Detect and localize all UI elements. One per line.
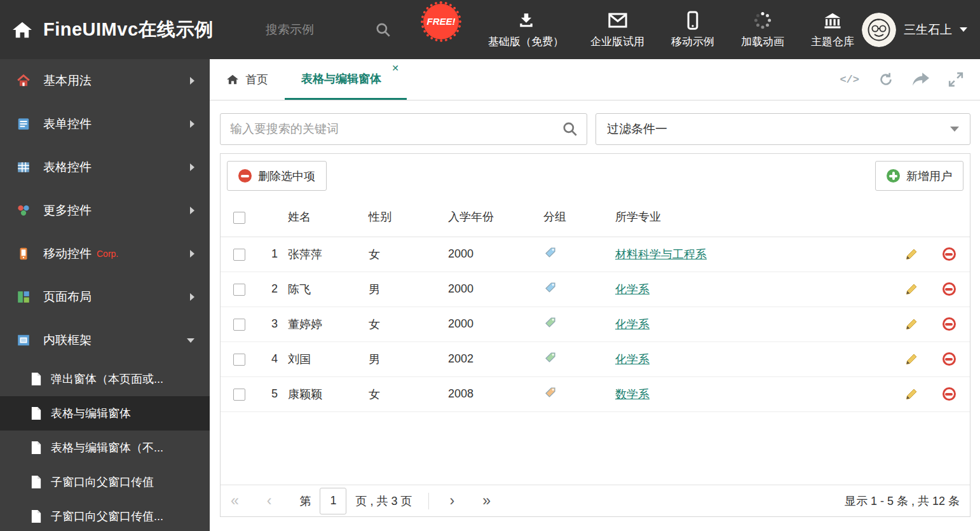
sidebar-subitem-grid-edit-window-alt[interactable]: 表格与编辑窗体（不...	[0, 431, 210, 465]
sidebar-subitem-grid-edit-window[interactable]: 表格与编辑窗体	[0, 396, 210, 431]
download-icon	[517, 12, 535, 29]
layout-icon	[17, 290, 31, 304]
chevron-down-icon	[960, 27, 967, 32]
chevron-down-icon	[187, 338, 194, 343]
sidebar-item-label: 内联框架	[43, 332, 92, 348]
fullscreen-icon[interactable]	[948, 72, 963, 87]
chevron-right-icon	[190, 163, 194, 171]
edit-icon[interactable]	[904, 282, 918, 296]
first-page-button[interactable]: «	[231, 493, 239, 508]
close-icon[interactable]: ✕	[391, 64, 399, 72]
refresh-icon[interactable]	[878, 72, 894, 87]
sidebar-subitem-child-to-parent[interactable]: 子窗口向父窗口传值	[0, 465, 210, 499]
open-new-window-icon[interactable]	[913, 72, 929, 86]
avatar	[862, 13, 896, 47]
search-icon[interactable]	[562, 121, 578, 137]
row-index: 3	[257, 307, 288, 341]
edit-icon[interactable]	[904, 352, 918, 366]
tab-bar: 首页 表格与编辑窗体 ✕ </>	[210, 59, 980, 100]
sidebar-item-form-controls[interactable]: 表单控件	[0, 102, 210, 146]
edit-icon[interactable]	[904, 317, 918, 331]
chevron-right-icon	[190, 207, 194, 214]
tag-icon	[543, 245, 557, 259]
file-icon	[31, 441, 42, 455]
row-checkbox[interactable]	[233, 249, 245, 261]
nav-enterprise-trial[interactable]: 企业版试用	[590, 11, 644, 49]
spinner-dots-icon	[753, 11, 772, 30]
major-link[interactable]: 化学系	[615, 283, 650, 296]
home-icon	[11, 20, 33, 39]
add-user-button[interactable]: 新增用户	[875, 161, 963, 191]
column-header-delete	[928, 198, 970, 237]
column-header-gender: 性别	[369, 198, 448, 237]
last-page-button[interactable]: »	[482, 493, 491, 508]
row-gender: 女	[369, 376, 448, 411]
users-table: 姓名 性别 入学年份 分组 所学专业 1 张萍	[221, 198, 970, 412]
row-year: 2000	[448, 307, 543, 341]
nav-mobile-demo[interactable]: 移动示例	[671, 11, 714, 49]
nav-label: 企业版试用	[590, 34, 644, 49]
page-number-input[interactable]	[320, 488, 346, 514]
search-icon[interactable]	[375, 22, 391, 38]
nav-basic-edition-free[interactable]: 基础版（免费）	[488, 11, 564, 49]
sidebar-item-iframe[interactable]: 内联框架	[0, 319, 210, 362]
brand[interactable]: FineUIMvc在线示例	[0, 17, 266, 43]
sidebar-subitem-child-to-parent-alt[interactable]: 子窗口向父窗口传值...	[0, 499, 210, 531]
delete-selected-button[interactable]: 删除选中项	[227, 161, 327, 191]
next-page-button[interactable]: ›	[449, 493, 454, 508]
sidebar-subitem-label: 表格与编辑窗体	[51, 406, 131, 421]
sidebar-item-page-layout[interactable]: 页面布局	[0, 275, 210, 319]
tab-label: 首页	[245, 72, 268, 87]
edit-icon[interactable]	[904, 247, 918, 261]
major-link[interactable]: 化学系	[615, 318, 650, 331]
user-menu[interactable]: 三生石上	[862, 13, 980, 47]
major-link[interactable]: 数学系	[615, 388, 650, 401]
major-link[interactable]: 材料科学与工程系	[615, 248, 707, 261]
grid-toolbar: 删除选中项 新增用户	[221, 154, 970, 198]
table-row: 4 刘国 男 2002 化学系	[221, 341, 970, 376]
chevron-right-icon	[190, 250, 194, 258]
sidebar-item-grid-controls[interactable]: 表格控件	[0, 146, 210, 189]
table-row: 2 陈飞 男 2000 化学系	[221, 272, 970, 307]
grid-panel: 删除选中项 新增用户 姓名	[220, 153, 970, 517]
column-header-index	[257, 198, 288, 237]
row-checkbox[interactable]	[233, 389, 245, 401]
prev-page-button[interactable]: ‹	[267, 493, 272, 508]
house-icon	[17, 74, 31, 88]
tab-label: 表格与编辑窗体	[301, 71, 381, 86]
row-checkbox[interactable]	[233, 319, 245, 331]
corp-badge: Corp.	[97, 249, 118, 259]
delete-row-icon[interactable]	[943, 317, 956, 331]
select-all-checkbox[interactable]	[233, 212, 245, 224]
row-gender: 女	[369, 307, 448, 341]
free-badge: FREE!	[421, 1, 461, 42]
nav-loading-animation[interactable]: 加载动画	[741, 11, 784, 49]
delete-row-icon[interactable]	[943, 352, 956, 366]
sidebar-item-basic-usage[interactable]: 基本用法	[0, 59, 210, 102]
source-code-icon[interactable]: </>	[840, 74, 859, 86]
tab-home[interactable]: 首页	[210, 59, 285, 100]
free-badge-label: FREE!	[427, 16, 456, 27]
sidebar-item-more-controls[interactable]: 更多控件	[0, 189, 210, 232]
row-year: 2000	[448, 237, 543, 272]
sidebar-subitem-popup-window[interactable]: 弹出窗体（本页面或...	[0, 362, 210, 396]
filter-dropdown[interactable]: 过滤条件一	[595, 113, 970, 145]
nav-theme-repo[interactable]: 主题仓库	[811, 11, 854, 49]
delete-row-icon[interactable]	[943, 282, 956, 296]
delete-row-icon[interactable]	[943, 387, 956, 401]
sidebar-item-mobile-controls[interactable]: 移动控件 Corp.	[0, 232, 210, 275]
tag-icon	[543, 350, 557, 364]
keyword-search-input[interactable]	[221, 114, 587, 144]
nav-label: 加载动画	[741, 34, 784, 49]
major-link[interactable]: 化学系	[615, 353, 650, 366]
tag-icon	[543, 385, 557, 399]
edit-icon[interactable]	[904, 387, 918, 401]
file-icon	[31, 475, 42, 489]
row-checkbox[interactable]	[233, 284, 245, 296]
tab-grid-edit-window[interactable]: 表格与编辑窗体 ✕	[285, 59, 407, 100]
top-search-input[interactable]	[266, 23, 361, 37]
row-checkbox[interactable]	[233, 354, 245, 366]
delete-row-icon[interactable]	[943, 247, 956, 261]
tag-icon	[543, 280, 557, 294]
row-name: 张萍萍	[288, 237, 369, 272]
